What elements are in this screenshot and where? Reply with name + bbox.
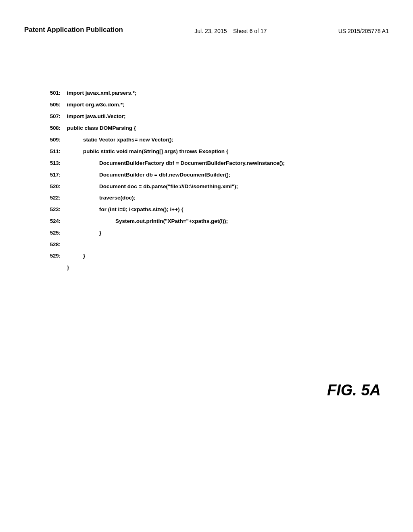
line-content: DocumentBuilderFactory dbf = DocumentBui… bbox=[67, 159, 285, 168]
code-line-525: 525: } bbox=[40, 229, 389, 238]
line-number: 523: bbox=[40, 205, 60, 214]
line-content: public static void main(String[] args) t… bbox=[67, 147, 228, 156]
line-number: 501: bbox=[40, 89, 60, 98]
line-content: Document doc = db.parse("file:///D:\\som… bbox=[67, 182, 238, 191]
line-number: 528: bbox=[40, 240, 60, 249]
publication-title: Patent Application Publication bbox=[24, 25, 123, 35]
line-content: for (int i=0; i<xpaths.size(); i++) { bbox=[67, 205, 184, 214]
code-line-closing: } bbox=[40, 263, 389, 272]
code-line-517: 517: DocumentBuilder db = dbf.newDocumen… bbox=[40, 170, 389, 180]
line-content: } bbox=[67, 251, 85, 261]
line-content: import javax.xml.parsers.*; bbox=[67, 89, 137, 98]
code-line-501: 501: import javax.xml.parsers.*; bbox=[40, 89, 389, 98]
line-number: 524: bbox=[40, 217, 60, 226]
code-line-513: 513: DocumentBuilderFactory dbf = Docume… bbox=[40, 159, 389, 168]
code-line-528: 528: bbox=[40, 240, 389, 249]
code-line-529: 529: } bbox=[40, 251, 389, 261]
code-line-509: 509: static Vector xpaths= new Vector(); bbox=[40, 135, 389, 145]
page-header: Patent Application Publication Jul. 23, … bbox=[0, 25, 413, 35]
date-sheet-info: Jul. 23, 2015 Sheet 6 of 17 bbox=[194, 25, 267, 35]
line-number: 529: bbox=[40, 251, 60, 260]
line-content: public class DOMParsing { bbox=[67, 124, 136, 133]
patent-number: US 2015/205778 A1 bbox=[338, 25, 389, 35]
line-number: 511: bbox=[40, 147, 60, 156]
line-content: } bbox=[67, 263, 69, 272]
code-line-511: 511: public static void main(String[] ar… bbox=[40, 147, 389, 156]
code-listing: 501: import javax.xml.parsers.*; 505: im… bbox=[40, 89, 389, 275]
line-number: 522: bbox=[40, 193, 60, 202]
line-number: 505: bbox=[40, 100, 60, 109]
line-content: import java.util.Vector; bbox=[67, 112, 126, 121]
line-number: 508: bbox=[40, 124, 60, 133]
line-content: traverse(doc); bbox=[67, 193, 136, 203]
line-content: static Vector xpaths= new Vector(); bbox=[67, 135, 173, 145]
code-line-505: 505: import org.w3c.dom.*; bbox=[40, 100, 389, 110]
line-content: DocumentBuilder db = dbf.newDocumentBuil… bbox=[67, 170, 230, 180]
line-number: 525: bbox=[40, 229, 60, 237]
line-number: 507: bbox=[40, 112, 60, 121]
figure-label: FIG. 5A bbox=[327, 382, 381, 399]
code-line-522: 522: traverse(doc); bbox=[40, 193, 389, 203]
line-content: System.out.println("XPath="+xpaths.get(i… bbox=[67, 217, 228, 226]
line-content: } bbox=[67, 229, 101, 238]
code-line-523: 523: for (int i=0; i<xpaths.size(); i++)… bbox=[40, 205, 389, 214]
line-number: 513: bbox=[40, 159, 60, 168]
line-content: import org.w3c.dom.*; bbox=[67, 100, 125, 110]
code-line-524: 524: System.out.println("XPath="+xpaths.… bbox=[40, 217, 389, 226]
page: Patent Application Publication Jul. 23, … bbox=[0, 0, 413, 532]
code-line-520: 520: Document doc = db.parse("file:///D:… bbox=[40, 182, 389, 191]
code-line-508: 508: public class DOMParsing { bbox=[40, 124, 389, 133]
line-number: 509: bbox=[40, 135, 60, 144]
code-line-507: 507: import java.util.Vector; bbox=[40, 112, 389, 121]
line-number: 517: bbox=[40, 170, 60, 179]
line-number: 520: bbox=[40, 182, 60, 191]
